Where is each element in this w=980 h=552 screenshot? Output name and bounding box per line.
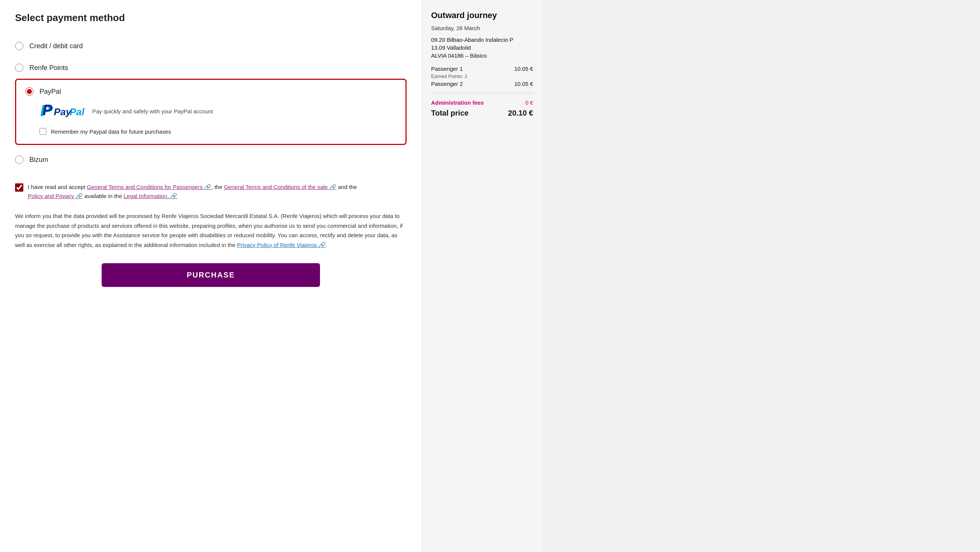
info-text-end: . xyxy=(326,242,327,248)
sidebar-passenger-2-label: Passenger 2 xyxy=(431,81,463,87)
sidebar-admin-fees-value: 0 € xyxy=(525,99,533,106)
main-content: Select payment method Credit / debit car… xyxy=(0,0,422,552)
sidebar-date: Saturday, 26 March xyxy=(431,25,533,31)
privacy-link-icon: 🔗 xyxy=(318,242,326,248)
payment-option-credit-card[interactable]: Credit / debit card xyxy=(15,35,407,57)
bizum-label[interactable]: Bizum xyxy=(29,156,48,164)
credit-card-label[interactable]: Credit / debit card xyxy=(29,42,83,50)
sidebar-passenger-1-label: Passenger 1 xyxy=(431,65,463,72)
privacy-policy-link[interactable]: Privacy Policy of Renfe Viajeros 🔗 xyxy=(237,242,326,248)
terms-link-general-passengers[interactable]: General Terms and Conditions for Passeng… xyxy=(87,184,212,190)
info-text-start: We inform you that the data provided wil… xyxy=(15,213,402,248)
external-link-icon-3: 🔗 xyxy=(76,193,83,199)
paypal-description: Pay quickly and safely with your PayPal … xyxy=(92,108,213,115)
terms-section: I have read and accept General Terms and… xyxy=(15,183,407,201)
purchase-button-wrapper: PURCHASE xyxy=(15,263,407,287)
svg-text:Pal: Pal xyxy=(70,106,85,118)
paypal-radio[interactable] xyxy=(25,87,33,95)
page-title: Select payment method xyxy=(15,12,407,24)
info-text: We inform you that the data provided wil… xyxy=(15,211,407,250)
remember-row[interactable]: Remember my Paypal data for future purch… xyxy=(25,128,396,135)
terms-middle2: and the xyxy=(337,184,357,190)
sidebar-admin-fees-row: Administration fees 0 € xyxy=(431,99,533,106)
paypal-logo-row: P P Pay Pal Pay quickly and safely with … xyxy=(25,102,396,121)
sidebar-train: ALVIA 04186 – Básico xyxy=(431,52,533,59)
sidebar-passenger-1-price: 10.05 € xyxy=(514,65,533,72)
terms-prefix: I have read and accept xyxy=(28,184,87,190)
paypal-payment-box: PayPal P P Pay Pal Pay quickly and safel… xyxy=(15,79,407,145)
terms-middle3: available in the xyxy=(83,193,124,199)
sidebar: Outward journey Saturday, 26 March 09.20… xyxy=(422,0,542,552)
terms-middle1: , the xyxy=(211,184,224,190)
terms-checkbox-wrapper[interactable] xyxy=(15,183,23,193)
paypal-label[interactable]: PayPal xyxy=(40,88,61,95)
sidebar-arrival: 13.09 Valladolid xyxy=(431,45,533,51)
svg-text:P: P xyxy=(43,102,53,118)
paypal-radio-row[interactable]: PayPal xyxy=(25,87,396,95)
sidebar-earned-points: Earned Points: 2 xyxy=(431,73,533,79)
credit-card-radio[interactable] xyxy=(15,42,23,50)
sidebar-passenger-2-price: 10.05 € xyxy=(514,81,533,87)
sidebar-total-value: 20.10 € xyxy=(508,109,533,118)
renfe-points-radio[interactable] xyxy=(15,64,23,72)
renfe-points-label[interactable]: Renfe Points xyxy=(29,64,68,72)
external-link-icon-2: 🔗 xyxy=(329,184,337,190)
purchase-button[interactable]: PURCHASE xyxy=(102,263,320,287)
sidebar-passenger-2-row: Passenger 2 10.05 € xyxy=(431,81,533,87)
remember-paypal-label[interactable]: Remember my Paypal data for future purch… xyxy=(51,129,171,135)
terms-link-general-sale[interactable]: General Terms and Conditions of the sale… xyxy=(224,184,337,190)
payment-options: Credit / debit card Renfe Points PayPal … xyxy=(15,35,407,170)
svg-text:Pay: Pay xyxy=(54,106,72,118)
sidebar-departure: 09.20 Bilbao-Abando Indalecio P xyxy=(431,37,533,43)
terms-link-policy-privacy[interactable]: Policy and Privacy 🔗 xyxy=(28,193,83,199)
payment-option-bizum[interactable]: Bizum xyxy=(15,149,407,170)
sidebar-admin-fees-label: Administration fees xyxy=(431,99,484,106)
terms-accept-checkbox[interactable] xyxy=(15,183,23,192)
terms-text: I have read and accept General Terms and… xyxy=(28,183,357,201)
paypal-logo: P P Pay Pal xyxy=(40,102,85,121)
payment-option-renfe-points[interactable]: Renfe Points xyxy=(15,57,407,79)
bizum-radio[interactable] xyxy=(15,156,23,164)
external-link-icon-4: 🔗 xyxy=(170,193,177,199)
sidebar-total-row: Total price 20.10 € xyxy=(431,109,533,118)
sidebar-passenger-1-row: Passenger 1 10.05 € xyxy=(431,65,533,72)
external-link-icon-1: 🔗 xyxy=(204,184,211,190)
terms-link-legal-info[interactable]: Legal Information. 🔗 xyxy=(124,193,177,199)
remember-paypal-checkbox[interactable] xyxy=(40,128,46,135)
sidebar-journey-title: Outward journey xyxy=(431,11,533,20)
sidebar-total-label: Total price xyxy=(431,109,469,118)
sidebar-divider xyxy=(431,93,533,93)
paypal-logo-svg: P P Pay Pal xyxy=(40,102,85,121)
